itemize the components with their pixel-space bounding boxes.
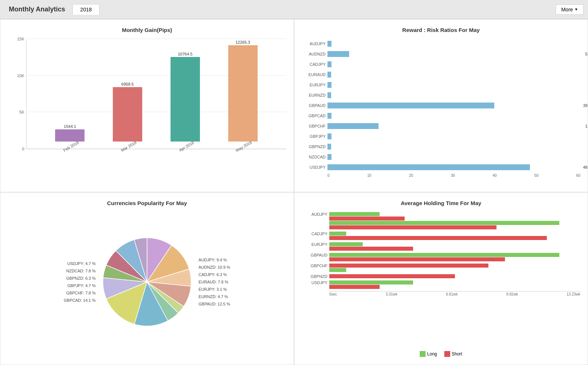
- bar-item: 6958.5Mar 2018: [113, 82, 142, 149]
- monthly-gain-panel: Monthly Gain(Pips) 05K10K15K1544.1Feb 20…: [0, 19, 294, 192]
- holding-bar-green: [329, 253, 559, 257]
- hbar-row: GBPJPY1: [327, 132, 580, 141]
- holding-label: GBPNZD: [302, 274, 327, 279]
- pie-left-labels: USDJPY: 4.7 %NZDCAD: 7.8 %GBPNZD: 6.3 %G…: [64, 261, 96, 303]
- app-title: Monthly Analytics: [4, 6, 69, 13]
- bar-value: 6958.5: [121, 82, 134, 86]
- hbar-fill: [327, 51, 349, 57]
- pie-label-item: USDJPY: 4.7 %: [64, 261, 96, 266]
- holding-x-tick: 0sec: [329, 292, 337, 296]
- hbar-label: EURJPY: [302, 83, 326, 87]
- header: Monthly Analytics 2018 More ▼: [0, 0, 588, 19]
- pie-right-labels: AUDJPY: 9.4 %AUDNZD: 10.9 %CADJPY: 6.3 %…: [198, 258, 230, 306]
- pie-label-item: GBPCHF: 7.8 %: [64, 291, 96, 295]
- holding-row-group: CADJPY: [329, 232, 580, 240]
- holding-x-tick: 9.92wk: [506, 292, 518, 296]
- monthly-gain-title: Monthly Gain(Pips): [8, 27, 286, 33]
- hbar-track: 1: [327, 41, 580, 47]
- hbar-fill: [327, 61, 331, 67]
- chevron-down-icon: ▼: [574, 7, 578, 11]
- hbar-row: EURAUD: [327, 70, 580, 79]
- pie-label-item: GBPJPY: 4.7 %: [64, 283, 96, 288]
- holding-label: EURJPY: [302, 242, 327, 247]
- bar-rect: [228, 45, 258, 142]
- pie-label-item: AUDJPY: 9.4 %: [198, 258, 230, 262]
- hbar-x-tick: 60: [576, 173, 580, 178]
- hbar-x-axis: 0102030405060: [327, 173, 580, 178]
- avg-holding-title: Average Holding Time For May: [302, 200, 580, 206]
- more-label: More: [561, 7, 573, 12]
- holding-bar-red: [329, 247, 413, 251]
- holding-bar-green: [329, 221, 559, 225]
- hbar-fill: [327, 103, 494, 108]
- hbar-label: AUDJPY: [302, 42, 326, 46]
- currencies-panel: Currencies Popularity For May USDJPY: 4.…: [0, 192, 294, 365]
- hbar-row: GBPNZD: [327, 142, 580, 151]
- bar-value: 10764.5: [178, 52, 193, 56]
- bar-x-label: Apr 2018: [178, 140, 195, 153]
- hbar-track: [327, 92, 580, 98]
- bar-chart-area: 05K10K15K1544.1Feb 20186958.5Mar 2018107…: [8, 39, 286, 168]
- holding-row-group: USDJPY: [329, 280, 580, 289]
- bar-value: 1544.1: [64, 124, 76, 129]
- bar-rect: [113, 87, 142, 142]
- holding-row-group: AUDJPY: [329, 212, 580, 229]
- hbar-chart: AUDJPY1AUDNZD5.12CADJPY1EURAUDEURJPY1EUR…: [302, 39, 580, 175]
- hbar-row: AUDJPY1: [327, 39, 580, 49]
- hbar-fill: [327, 72, 331, 78]
- bar-value: 12265.3: [236, 40, 250, 44]
- hbar-track: 1: [327, 82, 580, 88]
- y-axis-label: 15K: [17, 37, 26, 41]
- hbar-x-tick: 20: [409, 173, 413, 178]
- holding-bar-red: [329, 217, 405, 221]
- hbar-label: GBPAUD: [302, 103, 326, 108]
- year-tab[interactable]: 2018: [72, 4, 99, 15]
- hbar-row: GBPAUD39.56: [327, 101, 580, 110]
- holding-bar-red: [329, 236, 547, 240]
- bar-item: 10764.5Apr 2018: [171, 52, 200, 149]
- bar-item: 12265.3May 2018: [228, 40, 258, 149]
- holding-chart: AUDJPYCADJPYEURJPYGBPAUDGBPCHFGBPNZDUSDJ…: [302, 212, 580, 348]
- holding-x-axis: 0sec3.31wk6.61wk9.92wk13.23wk: [329, 291, 580, 296]
- hbar-label: USDJPY: [302, 165, 326, 169]
- holding-row-group: GBPNZD: [329, 274, 580, 278]
- holding-label: USDJPY: [302, 280, 327, 285]
- pie-label-item: AUDNZD: 10.9 %: [198, 265, 230, 269]
- holding-bar-red: [329, 225, 496, 229]
- hbar-label: NZDCAD: [302, 155, 326, 159]
- hbar-track: 1: [327, 133, 580, 139]
- holding-bar-red: [329, 285, 380, 289]
- hbar-fill: [327, 154, 331, 160]
- y-axis-label: 5K: [19, 110, 26, 114]
- hbar-row: CADJPY1: [327, 60, 580, 69]
- hbar-label: GBPCAD: [302, 114, 326, 118]
- hbar-val: 48.08: [583, 164, 588, 170]
- bar-x-label: Mar 2018: [120, 140, 137, 153]
- avg-holding-panel: Average Holding Time For May AUDJPYCADJP…: [294, 192, 588, 365]
- bar-x-label: Feb 2018: [62, 140, 79, 153]
- hbar-val: 39.56: [583, 103, 588, 108]
- hbar-fill: [327, 123, 379, 129]
- hbar-track: 39.56: [327, 103, 580, 108]
- pie-label-item: GBPNZD: 6.3 %: [64, 276, 96, 280]
- hbar-fill: [327, 41, 331, 47]
- hbar-track: 5.12: [327, 51, 580, 57]
- hbar-label: AUDNZD: [302, 52, 326, 56]
- hbar-row: EURJPY1: [327, 80, 580, 90]
- more-button[interactable]: More ▼: [556, 4, 584, 15]
- hbar-fill: [327, 144, 331, 150]
- hbar-label: GBPJPY: [302, 134, 326, 139]
- hbar-row: GBPCHF12.1: [327, 121, 580, 131]
- hbar-track: 1: [327, 154, 580, 160]
- holding-bar-green: [329, 242, 363, 246]
- pie-container: USDJPY: 4.7 %NZDCAD: 7.8 %GBPNZD: 6.3 %G…: [8, 212, 286, 352]
- bars-container: 1544.1Feb 20186958.5Mar 201810764.5Apr 2…: [26, 39, 286, 149]
- hbar-x-tick: 30: [451, 173, 455, 178]
- hbar-x-tick: 50: [534, 173, 538, 178]
- hbar-fill: [327, 92, 331, 98]
- hbar-inner: AUDJPY1AUDNZD5.12CADJPY1EURAUDEURJPY1EUR…: [327, 39, 580, 164]
- hbar-row: NZDCAD1: [327, 152, 580, 162]
- hbar-track: [327, 144, 580, 150]
- y-axis-label: 10K: [17, 74, 26, 78]
- pie-label-item: GBPAUD: 12.5 %: [198, 302, 230, 306]
